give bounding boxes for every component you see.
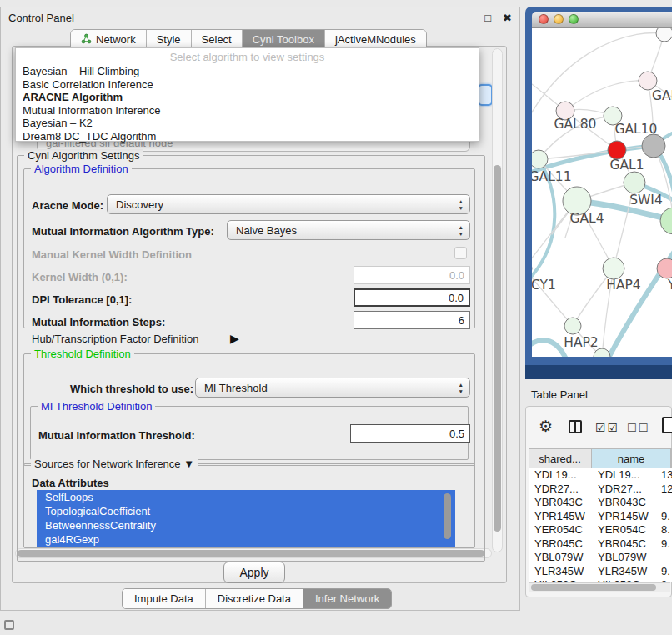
- control-panel-titlebar: Control Panel □ ✖: [0, 7, 520, 28]
- data-attributes-list[interactable]: SelfLoops TopologicalCoefficient Between…: [37, 490, 455, 547]
- tab-impute-data[interactable]: Impute Data: [123, 589, 205, 608]
- data-attribute-item[interactable]: SelfLoops: [37, 490, 455, 504]
- network-node[interactable]: [624, 172, 645, 193]
- network-node[interactable]: [656, 28, 672, 42]
- tab-discretize-data[interactable]: Discretize Data: [205, 589, 303, 608]
- spinner-arrows-icon: ▲▼: [459, 198, 464, 211]
- table-row[interactable]: YBR045C YBR045C 9.: [529, 538, 672, 552]
- network-node-label: Y: [667, 278, 672, 292]
- table-panel-title: Table Panel: [531, 388, 588, 401]
- close-window-icon[interactable]: ✖: [503, 12, 512, 24]
- table-row[interactable]: YER054C YER054C 8.: [529, 523, 672, 538]
- kernel-width-input[interactable]: 0.0: [354, 266, 470, 284]
- restore-panel-icon[interactable]: [4, 620, 14, 630]
- mi-steps-input[interactable]: 6: [354, 311, 470, 329]
- dpi-tolerance-label: DPI Tolerance [0,1]:: [32, 293, 132, 306]
- algorithm-menu-item[interactable]: Mutual Information Inference: [16, 104, 479, 118]
- tab-style-label: Style: [157, 33, 181, 46]
- table-row[interactable]: YDL19... YDL19... 13: [529, 468, 672, 482]
- network-node[interactable]: [532, 150, 548, 168]
- data-attributes-label: Data Attributes: [32, 477, 109, 489]
- kernel-width-label: Kernel Width (0,1):: [32, 271, 128, 283]
- focused-combo-fragment[interactable]: [478, 84, 493, 106]
- mi-threshold-input[interactable]: 0.5: [350, 424, 470, 442]
- network-node-label: SWI4: [629, 192, 663, 208]
- collapse-arrow-icon[interactable]: ▼: [183, 458, 194, 470]
- algorithm-list: Bayesian – Hill Climbing Basic Correlati…: [16, 65, 479, 142]
- manual-kernel-checkbox[interactable]: [454, 247, 467, 259]
- algorithm-menu-item[interactable]: Bayesian – K2: [16, 117, 479, 130]
- network-node-label: GAL10: [615, 122, 658, 137]
- gear-icon[interactable]: ⚙: [539, 417, 553, 436]
- table-row[interactable]: YLR345W YLR345W 9.: [529, 565, 672, 579]
- network-node[interactable]: [660, 208, 672, 234]
- tab-infer-network[interactable]: Infer Network: [303, 589, 391, 608]
- network-icon: [81, 33, 92, 47]
- tab-select[interactable]: Select: [191, 30, 242, 49]
- network-edge[interactable]: [532, 340, 567, 357]
- network-node-label: GAL: [652, 88, 672, 103]
- mac-minimize-button[interactable]: [554, 14, 564, 24]
- tab-cyni-toolbox[interactable]: Cyni Toolbox: [242, 30, 324, 49]
- tab-select-label: Select: [202, 33, 232, 46]
- network-window-bottom-edge: [525, 365, 672, 379]
- tab-jactivemnodules-label: jActiveMNodules: [335, 33, 416, 46]
- deselect-all-checkboxes-icon[interactable]: ☐☐: [627, 422, 649, 434]
- data-attribute-item[interactable]: TopologicalCoefficient: [37, 504, 455, 518]
- tab-network[interactable]: Network: [71, 30, 146, 49]
- tab-jactivemnodules[interactable]: jActiveMNodules: [324, 30, 426, 49]
- expand-arrow-icon[interactable]: ▶: [230, 332, 239, 345]
- manual-kernel-label: Manual Kernel Width Definition: [32, 248, 192, 261]
- table-header-cell[interactable]: name: [592, 448, 671, 468]
- aracne-mode-combo[interactable]: Discovery ▲▼: [107, 194, 470, 214]
- network-canvas[interactable]: GALGAL80GAL10GAL1GAL11SWI4GAL4GCY1HAP4YH…: [532, 28, 672, 357]
- data-attribute-item[interactable]: BetweennessCentrality: [37, 518, 455, 532]
- settings-vertical-scrollbar-thumb[interactable]: [494, 165, 501, 532]
- table-row[interactable]: YDR27... YDR27... 12: [529, 482, 672, 497]
- select-all-checkboxes-icon[interactable]: ☑☑: [595, 421, 619, 434]
- table-horizontal-scrollbar-thumb[interactable]: [531, 584, 656, 591]
- mi-type-combo[interactable]: Naive Bayes ▲▼: [227, 220, 470, 240]
- control-panel-title: Control Panel: [8, 12, 74, 24]
- mi-threshold-label: Mutual Information Threshold:: [38, 429, 195, 442]
- tab-network-label: Network: [96, 33, 136, 46]
- mac-close-button[interactable]: [539, 14, 549, 24]
- spinner-arrows-icon: ▲▼: [459, 382, 464, 394]
- float-window-icon[interactable]: □: [484, 12, 491, 24]
- table-row[interactable]: YBR043C YBR043C: [529, 496, 672, 510]
- network-node-label: GCY1: [532, 278, 556, 292]
- algorithm-menu-item[interactable]: Bayesian – Hill Climbing: [16, 65, 479, 78]
- algorithm-menu-item[interactable]: ARACNE Algorithm: [16, 91, 479, 104]
- file-icon[interactable]: [662, 417, 672, 433]
- mac-zoom-button[interactable]: [569, 14, 579, 24]
- attributes-list-scrollbar-thumb[interactable]: [444, 493, 451, 539]
- network-node[interactable]: [603, 258, 624, 279]
- table-row[interactable]: YPR145W YPR145W 9.: [529, 510, 672, 524]
- mi-steps-label: Mutual Information Steps:: [32, 316, 165, 328]
- table-header-row: shared... name: [529, 448, 672, 468]
- network-node[interactable]: [639, 72, 657, 90]
- network-node[interactable]: [642, 134, 665, 158]
- tab-style[interactable]: Style: [146, 30, 191, 49]
- algorithm-menu-item[interactable]: Dream8 DC_TDC Algorithm: [16, 130, 479, 143]
- data-attribute-item[interactable]: gal4RGexp: [37, 532, 455, 547]
- dpi-tolerance-input[interactable]: 0.0: [354, 288, 470, 307]
- columns-icon[interactable]: [569, 420, 582, 433]
- network-node[interactable]: [564, 318, 581, 334]
- network-graph: GALGAL80GAL10GAL1GAL11SWI4GAL4GCY1HAP4YH…: [532, 28, 672, 357]
- algorithm-menu-item[interactable]: Basic Correlation Inference: [16, 78, 479, 92]
- table-body: YDL19... YDL19... 13 YDR27... YDR27... 1…: [529, 468, 672, 582]
- table-header-cell[interactable]: shared...: [529, 448, 592, 468]
- table-row[interactable]: YBL079W YBL079W: [529, 551, 672, 565]
- network-edge[interactable]: [565, 81, 648, 111]
- hub-definition-label[interactable]: Hub/Transcription Factor Definition: [32, 332, 198, 345]
- which-threshold-label: Which threshold to use:: [70, 382, 193, 395]
- aracne-mode-label: Aracne Mode:: [32, 199, 103, 212]
- apply-button[interactable]: Apply: [223, 562, 285, 583]
- network-node-label: GAL4: [569, 211, 604, 226]
- tab-cyni-toolbox-label: Cyni Toolbox: [253, 33, 314, 46]
- network-node-label: HAP2: [564, 335, 598, 350]
- which-threshold-combo[interactable]: MI Threshold ▲▼: [195, 378, 470, 398]
- network-node[interactable]: [608, 141, 626, 159]
- algorithm-dropdown-popup: Select algorithm to view settings Bayesi…: [15, 48, 479, 142]
